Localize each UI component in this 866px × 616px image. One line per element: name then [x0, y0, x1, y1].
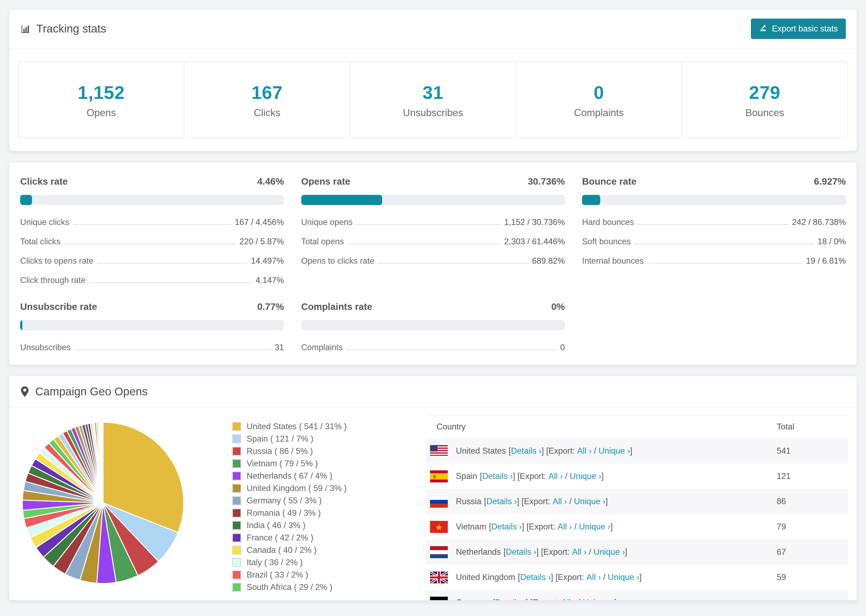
opens-rate-value: 30.736% [527, 176, 565, 187]
metric-row: Complaints0 [301, 343, 565, 352]
legend-swatch [232, 447, 241, 456]
stat-opens: 1,152 Opens [19, 62, 184, 137]
metric-row: Unsubscribes31 [20, 343, 284, 352]
export-unique-link[interactable]: Unique › [583, 598, 614, 600]
legend-item: Italy ( 36 / 2% ) [232, 558, 383, 567]
export-all-link[interactable]: All › [577, 446, 591, 456]
geo-country-table: Country Total United States[Details ›] [… [426, 415, 848, 600]
tracking-stats-header: Tracking stats Export basic stats [9, 9, 857, 49]
legend-item: Russia ( 86 / 5% ) [232, 446, 383, 456]
details-link[interactable]: Details › [486, 497, 517, 506]
export-unique-link[interactable]: Unique › [598, 446, 630, 456]
table-row-partial: Germany[Details ›] [Export: All › / Uniq… [426, 590, 848, 600]
unsubscribe-rate-block: Unsubscribe rate 0.77% Unsubscribes31 [20, 301, 284, 352]
export-all-link[interactable]: All › [557, 522, 572, 531]
details-link[interactable]: Details › [511, 446, 542, 456]
unsubscribe-rate-value: 0.77% [257, 301, 284, 312]
us-flag-icon [430, 445, 448, 457]
export-unique-link[interactable]: Unique › [593, 547, 625, 556]
legend-swatch [232, 459, 241, 468]
stat-bounces: 279 Bounces [682, 62, 847, 137]
uk-flag-icon [430, 571, 448, 583]
complaints-rate-block: Complaints rate 0% Complaints0 [301, 301, 565, 352]
table-row: Vietnam[Details ›] [Export: All › / Uniq… [426, 514, 848, 539]
metric-row: Total clicks220 / 5.87% [20, 237, 284, 247]
metric-row: Unique opens1,152 / 30.736% [301, 217, 565, 227]
export-basic-stats-button[interactable]: Export basic stats [751, 19, 846, 39]
legend-item: India ( 46 / 3% ) [232, 520, 383, 530]
export-all-link[interactable]: All › [548, 471, 563, 481]
table-row: Russia[Details ›] [Export: All › / Uniqu… [426, 489, 848, 514]
export-unique-link[interactable]: Unique › [579, 522, 610, 531]
table-header: Country Total [426, 415, 848, 438]
complaints-rate-progressbar [301, 320, 565, 330]
geo-opens-pie-chart[interactable] [20, 417, 192, 589]
clicks-rate-block: Clicks rate 4.46% Unique clicks167 / 4.4… [20, 176, 284, 285]
stat-clicks: 167 Clicks [184, 62, 350, 137]
bar-chart-icon [20, 24, 30, 34]
rates-grid-empty-cell [582, 301, 846, 352]
legend-swatch [232, 484, 241, 493]
metric-row: Opens to clicks rate689.82% [301, 256, 565, 266]
export-unique-link[interactable]: Unique › [570, 471, 601, 481]
legend-swatch [232, 422, 241, 431]
unsubscribes-count: 31 [350, 82, 516, 103]
legend-item: United States ( 541 / 31% ) [232, 422, 383, 431]
table-row: United States[Details ›] [Export: All › … [426, 438, 848, 464]
geo-body: United States ( 541 / 31% ) Spain ( 121 … [9, 408, 857, 600]
legend-swatch [232, 509, 241, 518]
spain-flag-icon [430, 470, 448, 482]
legend-swatch [232, 558, 241, 567]
clicks-rate-progressbar [20, 195, 284, 205]
bounce-rate-progressbar [582, 195, 846, 205]
legend-item: France ( 42 / 2% ) [232, 533, 383, 543]
map-pin-icon [20, 386, 29, 397]
opens-rate-progressbar [301, 195, 565, 205]
stats-summary: 1,152 Opens 167 Clicks 31 Unsubscribes 0… [9, 49, 857, 151]
opens-count: 1,152 [19, 82, 184, 103]
stat-unsubscribes: 31 Unsubscribes [350, 62, 516, 137]
legend-item: Vietnam ( 79 / 5% ) [232, 459, 383, 468]
details-link[interactable]: Details › [491, 522, 522, 531]
metric-row: Hard bounces242 / 86.738% [582, 217, 846, 227]
total-cell: 86 [777, 497, 848, 506]
clicks-rate-value: 4.46% [257, 176, 284, 187]
export-all-link[interactable]: All › [561, 598, 576, 600]
export-icon [759, 24, 768, 34]
export-all-link[interactable]: All › [587, 572, 601, 582]
total-cell: 541 [777, 446, 848, 456]
legend-swatch [232, 570, 241, 580]
legend-item: Romania ( 49 / 3% ) [232, 508, 383, 518]
tracking-stats-title: Tracking stats [20, 22, 106, 35]
details-link[interactable]: Details › [495, 598, 526, 600]
details-link[interactable]: Details › [482, 471, 513, 481]
stats-row: 1,152 Opens 167 Clicks 31 Unsubscribes 0… [18, 61, 848, 138]
geo-pie-container [20, 417, 192, 591]
legend-item: Brazil ( 33 / 2% ) [232, 570, 383, 580]
export-all-link[interactable]: All › [553, 497, 567, 506]
details-link[interactable]: Details › [506, 547, 537, 556]
metric-row: Clicks to opens rate14.497% [20, 256, 284, 266]
opens-rate-block: Opens rate 30.736% Unique opens1,152 / 3… [301, 176, 565, 285]
export-all-link[interactable]: All › [572, 547, 586, 556]
bounce-rate-block: Bounce rate 6.927% Hard bounces242 / 86.… [582, 176, 846, 285]
total-cell: 67 [777, 547, 848, 557]
legend-swatch [232, 434, 241, 443]
table-row: Netherlands[Details ›] [Export: All › / … [426, 539, 848, 565]
stat-complaints: 0 Complaints [516, 62, 682, 137]
page-title: Tracking stats [36, 22, 106, 35]
unsubscribe-rate-progressbar [20, 320, 284, 330]
export-unique-link[interactable]: Unique › [608, 572, 639, 582]
details-link[interactable]: Details › [520, 572, 551, 582]
table-row: United Kingdom[Details ›] [Export: All ›… [426, 565, 848, 590]
legend-item: Spain ( 121 / 7% ) [232, 434, 383, 444]
legend-item: Canada ( 40 / 2% ) [232, 545, 383, 555]
tracking-stats-card: Tracking stats Export basic stats 1,152 … [9, 9, 857, 151]
vietnam-flag-icon [430, 521, 448, 533]
rates-card: Clicks rate 4.46% Unique clicks167 / 4.4… [9, 162, 857, 365]
legend-item: United Kingdom ( 59 / 3% ) [232, 484, 383, 493]
export-unique-link[interactable]: Unique › [574, 497, 605, 506]
complaints-count: 0 [516, 82, 682, 103]
metric-row: Total opens2,303 / 61.446% [301, 237, 565, 247]
bounces-count: 279 [682, 82, 847, 103]
